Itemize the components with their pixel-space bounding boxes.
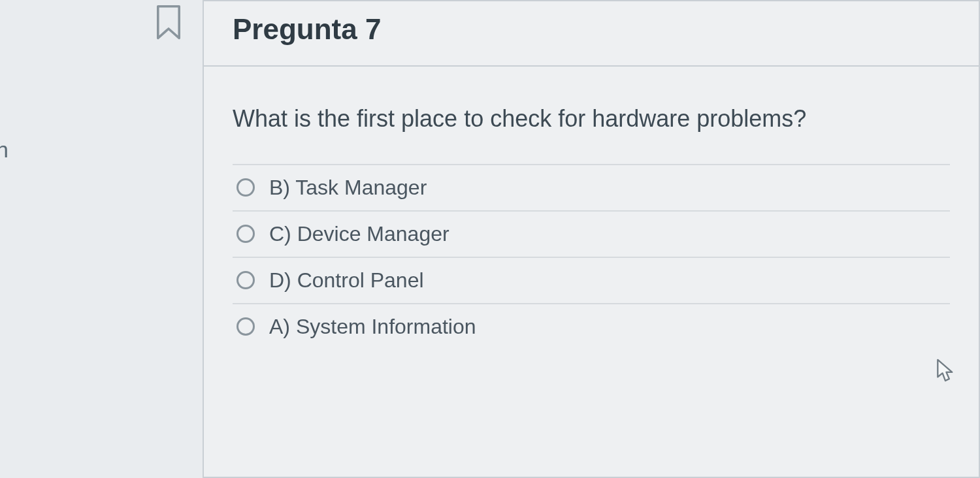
page-root: n Pregunta 7 What is the first place to … [0, 0, 980, 478]
answer-option-b[interactable]: B) Task Manager [233, 165, 950, 212]
answer-option-a[interactable]: A) System Information [233, 304, 950, 349]
radio-icon[interactable] [237, 317, 255, 336]
radio-icon[interactable] [237, 271, 255, 289]
radio-icon[interactable] [237, 225, 255, 243]
sidebar-text-fragment: n [0, 137, 8, 163]
radio-icon[interactable] [237, 178, 255, 197]
answer-option-c[interactable]: C) Device Manager [233, 212, 950, 258]
question-body: What is the first place to check for har… [204, 67, 979, 362]
answer-option-label: A) System Information [269, 315, 476, 339]
sidebar: n [0, 0, 203, 478]
answer-options: B) Task Manager C) Device Manager D) Con… [233, 164, 950, 349]
answer-option-label: B) Task Manager [269, 176, 427, 200]
question-header: Pregunta 7 [204, 1, 979, 67]
answer-option-label: C) Device Manager [269, 222, 449, 246]
question-prompt: What is the first place to check for har… [233, 103, 950, 164]
question-title: Pregunta 7 [233, 13, 950, 46]
answer-option-label: D) Control Panel [269, 268, 424, 293]
answer-option-d[interactable]: D) Control Panel [233, 258, 950, 304]
bookmark-icon[interactable] [154, 5, 183, 40]
question-card: Pregunta 7 What is the first place to ch… [203, 0, 980, 478]
